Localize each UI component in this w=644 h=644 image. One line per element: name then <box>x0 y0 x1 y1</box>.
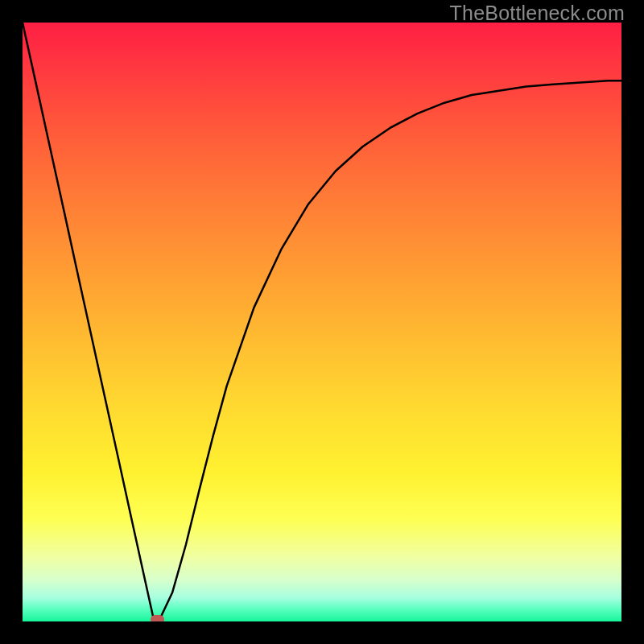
bottleneck-curve-svg <box>23 23 621 621</box>
watermark-text: TheBottleneck.com <box>450 2 625 25</box>
optimum-marker <box>151 615 164 621</box>
chart-frame: TheBottleneck.com <box>0 0 644 644</box>
plot-area <box>23 23 621 621</box>
bottleneck-curve <box>23 23 621 621</box>
